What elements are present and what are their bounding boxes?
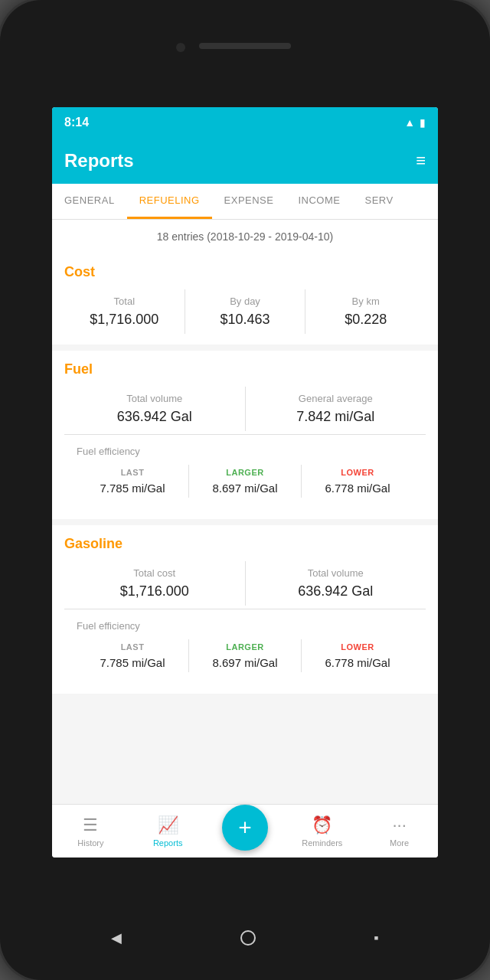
- tab-refueling[interactable]: REFUELING: [127, 184, 212, 219]
- camera: [176, 43, 185, 52]
- gasoline-eff-last-label: LAST: [80, 642, 185, 652]
- fuel-totalvol-label: Total volume: [67, 393, 242, 404]
- cost-total-cell: Total $1,716.000: [64, 289, 185, 334]
- gasoline-eff-last: LAST 7.785 mi/Gal: [77, 639, 188, 672]
- fuel-eff-last-label: LAST: [80, 468, 185, 477]
- fuel-eff-last-value: 7.785 mi/Gal: [80, 482, 185, 495]
- status-bar: 8:14 ▲ ▮: [52, 107, 438, 138]
- fuel-eff-title: Fuel efficiency: [77, 446, 413, 457]
- entries-info: 18 entries (2018-10-29 - 2019-04-10): [52, 220, 438, 253]
- fuel-avgeff-cell: General average 7.842 mi/Gal: [245, 387, 426, 431]
- fuel-eff-last: LAST 7.785 mi/Gal: [77, 465, 188, 498]
- divider: [64, 434, 426, 435]
- gasoline-stats-row: Total cost $1,716.000 Total volume 636.9…: [64, 561, 426, 606]
- gasoline-vol-cell: Total volume 636.942 Gal: [245, 561, 426, 606]
- status-time: 8:14: [64, 116, 89, 129]
- gasoline-eff-larger-value: 8.697 mi/Gal: [192, 656, 298, 669]
- android-nav-bar: ◀ ▪: [52, 919, 438, 957]
- cost-byday-cell: By day $10.463: [185, 289, 305, 334]
- back-button[interactable]: ◀: [111, 929, 122, 946]
- cost-title: Cost: [64, 264, 426, 280]
- gasoline-cost-cell: Total cost $1,716.000: [64, 561, 245, 606]
- fuel-eff-lower-value: 6.778 mi/Gal: [305, 482, 410, 495]
- signal-icon: ▲: [404, 116, 415, 129]
- bottom-nav: ☰ History 📈 Reports + ⏰ Reminders ··· Mo…: [52, 804, 438, 858]
- nav-add[interactable]: +: [207, 799, 284, 858]
- gasoline-eff-last-value: 7.785 mi/Gal: [80, 656, 185, 669]
- home-button[interactable]: [240, 930, 256, 946]
- fuel-avgeff-label: General average: [249, 393, 423, 404]
- cost-total-label: Total: [67, 296, 181, 307]
- cost-byday-value: $10.463: [188, 312, 302, 328]
- fuel-section: Fuel Total volume 636.942 Gal General av…: [52, 351, 438, 519]
- cost-bykm-value: $0.228: [309, 312, 423, 328]
- recents-button[interactable]: ▪: [374, 930, 378, 946]
- tab-general[interactable]: GENERAL: [52, 184, 127, 219]
- fuel-eff-lower-label: LOWER: [305, 468, 410, 477]
- add-button[interactable]: +: [222, 805, 268, 851]
- cost-section: Cost Total $1,716.000 By day $10.463 By …: [52, 253, 438, 345]
- cost-total-value: $1,716.000: [67, 312, 181, 328]
- gasoline-eff-lower-label: LOWER: [305, 642, 410, 652]
- status-icons: ▲ ▮: [404, 116, 426, 129]
- gasoline-title: Gasoline: [64, 536, 426, 552]
- gasoline-eff-lower-value: 6.778 mi/Gal: [305, 656, 410, 669]
- fuel-totalvol-value: 636.942 Gal: [67, 409, 242, 425]
- filter-icon[interactable]: ≡: [416, 151, 426, 171]
- app-bar: Reports ≡: [52, 138, 438, 184]
- cost-bykm-cell: By km $0.228: [305, 289, 426, 334]
- tab-service[interactable]: SERV: [352, 184, 405, 219]
- nav-history[interactable]: ☰ History: [52, 809, 129, 854]
- gasoline-eff-larger-label: LARGER: [192, 642, 298, 652]
- tabs-bar: GENERAL REFUELING EXPENSE INCOME SERV: [52, 184, 438, 220]
- reminders-icon: ⏰: [312, 815, 332, 835]
- reports-icon: 📈: [158, 815, 178, 835]
- more-icon: ···: [392, 815, 406, 835]
- cost-bykm-label: By km: [309, 296, 423, 307]
- fuel-stats-row: Total volume 636.942 Gal General average…: [64, 387, 426, 431]
- fuel-eff-larger-value: 8.697 mi/Gal: [192, 482, 298, 495]
- gasoline-cost-value: $1,716.000: [67, 583, 242, 599]
- page-title: Reports: [64, 150, 134, 172]
- reports-label: Reports: [153, 838, 183, 848]
- gasoline-vol-label: Total volume: [249, 567, 423, 579]
- main-content: 18 entries (2018-10-29 - 2019-04-10) Cos…: [52, 220, 438, 802]
- gasoline-efficiency-section: Fuel efficiency LAST 7.785 mi/Gal LARGER…: [64, 612, 426, 683]
- fuel-efficiency-section: Fuel efficiency LAST 7.785 mi/Gal LARGER…: [64, 438, 426, 508]
- phone-shell: 8:14 ▲ ▮ Reports ≡ GENERAL REFUELING EXP…: [0, 0, 490, 980]
- fuel-title: Fuel: [64, 361, 426, 377]
- gasoline-eff-larger: LARGER 8.697 mi/Gal: [188, 639, 301, 672]
- fuel-eff-row: LAST 7.785 mi/Gal LARGER 8.697 mi/Gal LO…: [77, 465, 413, 498]
- gasoline-divider: [64, 609, 426, 609]
- gasoline-vol-value: 636.942 Gal: [249, 583, 423, 599]
- history-label: History: [77, 838, 103, 848]
- gasoline-cost-label: Total cost: [67, 567, 242, 579]
- tab-expense[interactable]: EXPENSE: [212, 184, 286, 219]
- battery-icon: ▮: [420, 116, 426, 129]
- reminders-label: Reminders: [302, 838, 342, 848]
- gasoline-eff-lower: LOWER 6.778 mi/Gal: [301, 639, 413, 672]
- tab-income[interactable]: INCOME: [286, 184, 352, 219]
- fuel-totalvol-cell: Total volume 636.942 Gal: [64, 387, 245, 431]
- fuel-eff-lower: LOWER 6.778 mi/Gal: [301, 465, 413, 498]
- nav-reports[interactable]: 📈 Reports: [129, 809, 207, 854]
- cost-byday-label: By day: [188, 296, 302, 307]
- fuel-avgeff-value: 7.842 mi/Gal: [249, 409, 423, 425]
- fuel-eff-larger-label: LARGER: [192, 468, 298, 477]
- more-label: More: [390, 838, 409, 848]
- gasoline-eff-row: LAST 7.785 mi/Gal LARGER 8.697 mi/Gal LO…: [77, 639, 413, 672]
- gasoline-eff-title: Fuel efficiency: [77, 620, 413, 632]
- gasoline-section: Gasoline Total cost $1,716.000 Total vol…: [52, 525, 438, 694]
- nav-more[interactable]: ··· More: [361, 809, 438, 854]
- cost-stats-row: Total $1,716.000 By day $10.463 By km $0…: [64, 289, 426, 334]
- nav-reminders[interactable]: ⏰ Reminders: [283, 809, 361, 854]
- fuel-eff-larger: LARGER 8.697 mi/Gal: [188, 465, 301, 498]
- history-icon: ☰: [83, 815, 98, 835]
- speaker: [199, 43, 291, 49]
- phone-screen: 8:14 ▲ ▮ Reports ≡ GENERAL REFUELING EXP…: [52, 107, 438, 858]
